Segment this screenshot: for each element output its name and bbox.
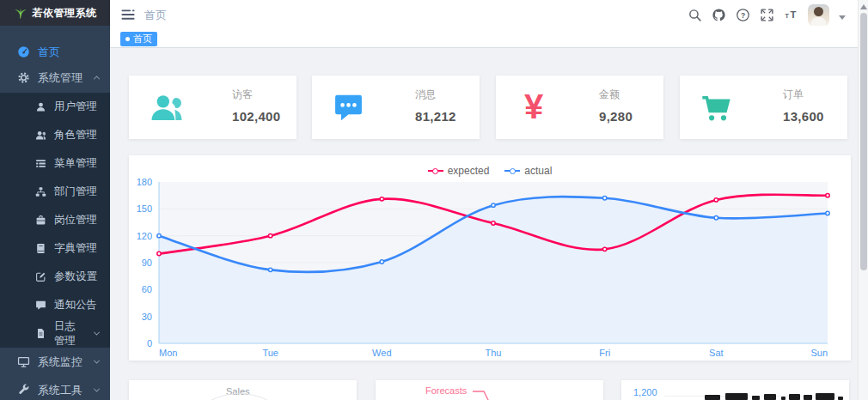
data-point-actual[interactable] [157,233,161,237]
clipped-glyph-fragment [752,396,760,400]
sidebar-item-logs[interactable]: 日志管理 [0,319,110,348]
stat-desc: 访客 102,400 [232,88,280,124]
stat-desc: 消息 81,212 [415,88,456,124]
stat-label: 访客 [232,88,280,102]
sidebar-item-roles[interactable]: 角色管理 [0,121,110,149]
x-tick-label: Sat [709,348,724,358]
data-point-expected[interactable] [268,233,272,237]
stat-card-messages[interactable]: 消息 81,212 [312,76,480,139]
page-scrollbar[interactable] [858,0,868,400]
app-title: 若依管理系统 [33,6,97,21]
sidebar-item-label: 系统工具 [38,383,83,398]
clipped-glyph-fragment [804,395,812,400]
data-point-actual[interactable] [268,268,272,271]
y-tick-label: 150 [137,203,152,214]
stat-label: 订单 [783,88,824,102]
chevron-down-icon [93,358,101,366]
breadcrumb[interactable]: 首页 [144,8,167,23]
legend-item-actual[interactable]: actual [504,165,552,177]
sidebar-item-posts[interactable]: 岗位管理 [0,206,110,234]
stat-card-amount[interactable]: ¥ 金额 9,280 [496,76,663,139]
legend-label: expected [448,165,490,177]
github-icon[interactable] [712,8,726,22]
y-tick-label: 180 [137,177,152,187]
sidebar-submenu-system: 用户管理 角色管理 菜单管理 部门管理 岗位管理 字典管理 [0,93,110,348]
active-tab-dot [125,37,130,41]
legend-marker-ring [510,168,516,174]
sidebar-item-params[interactable]: 参数设置 [0,263,110,291]
x-tick-label: Wed [372,348,391,358]
sidebar-item-monitor[interactable]: 系统监控 [0,348,110,376]
peoples-icon [35,130,46,141]
font-size-icon[interactable] [784,8,798,22]
data-point-actual[interactable] [602,197,606,200]
stat-label: 消息 [415,88,456,102]
help-icon[interactable] [736,8,750,22]
clipped-glyph-fragment [725,393,748,400]
y-tick-label: 0 [147,338,152,348]
stat-value: 102,400 [232,109,280,124]
stat-card-orders[interactable]: 订单 13,600 [680,76,847,139]
chevron-down-icon [93,386,101,394]
y-tick-label: 60 [142,284,152,294]
sidebar-item-system[interactable]: 系统管理 [0,64,110,92]
sidebar-item-notice[interactable]: 通知公告 [0,291,110,319]
app-logo[interactable]: 若依管理系统 [0,0,110,26]
scrollbar-up-arrow[interactable] [860,4,867,9]
data-point-expected[interactable] [380,197,383,201]
data-point-expected[interactable] [602,247,606,251]
caret-down-icon[interactable] [839,15,846,20]
sidebar-item-label: 菜单管理 [54,156,97,171]
sidebar-item-label: 系统管理 [38,70,83,86]
tree-icon [35,186,46,197]
tab-home[interactable]: 首页 [120,32,157,46]
tree-table-icon [35,158,46,169]
hamburger-icon[interactable] [120,7,136,22]
radar-outline [176,393,303,400]
data-point-expected[interactable] [157,252,161,255]
cart-icon [700,92,732,124]
stat-card-visitors[interactable]: 访客 102,400 [129,76,296,139]
sidebar-item-label: 参数设置 [54,270,97,284]
dict-icon [35,243,46,254]
avatar[interactable] [808,4,829,26]
y-tick-label: 30 [142,312,152,322]
header-actions [688,0,846,29]
sidebar-item-label: 部门管理 [54,185,97,199]
sidebar: 若依管理系统 首页 系统管理 用户管理 角色管理 菜单管理 [0,0,110,400]
dashboard-icon [17,45,30,58]
data-point-actual[interactable] [380,260,383,264]
sidebar-item-label: 通知公告 [54,298,97,312]
data-point-actual[interactable] [714,216,718,220]
sidebar-item-home[interactable]: 首页 [0,38,110,66]
sidebar-item-label: 首页 [38,45,60,60]
search-icon[interactable] [688,8,702,22]
top-navbar: 首页 [110,0,868,29]
message-bubble-icon [333,92,364,124]
sidebar-item-depts[interactable]: 部门管理 [0,178,110,206]
data-point-expected[interactable] [826,193,829,197]
x-tick-label: Sun [810,348,828,358]
sidebar-item-label: 岗位管理 [54,213,97,227]
chevron-down-icon [93,330,101,337]
data-point-expected[interactable] [492,221,495,225]
peoples-icon [150,90,184,124]
sidebar-item-label: 字典管理 [54,241,97,256]
tags-view-bar: 首页 [110,29,868,48]
scrollbar-thumb[interactable] [860,13,867,270]
legend-label: actual [524,165,552,177]
sidebar-item-tools[interactable]: 系统工具 [0,376,110,400]
sidebar-item-users[interactable]: 用户管理 [0,93,110,121]
sidebar-item-dict[interactable]: 字典管理 [0,234,110,263]
data-point-actual[interactable] [826,211,829,215]
data-point-actual[interactable] [492,203,495,207]
x-tick-label: Mon [159,348,177,358]
legend-marker-ring [432,168,438,174]
bar-y-tick: 1,200 [633,387,657,397]
legend-item-expected[interactable]: expected [428,165,490,177]
data-point-expected[interactable] [714,198,718,202]
chart-legend: expectedactual [129,165,851,177]
fullscreen-icon[interactable] [760,8,774,22]
y-tick-label: 90 [142,258,152,268]
sidebar-item-menus[interactable]: 菜单管理 [0,149,110,178]
